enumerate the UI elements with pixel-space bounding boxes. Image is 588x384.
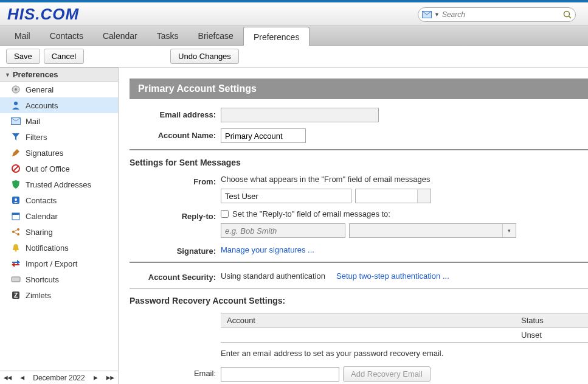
recovery-col-account: Account [221,313,515,327]
setup-2fa-link[interactable]: Setup two-step authentication ... [336,271,449,281]
tab-preferences[interactable]: Preferences [243,27,310,46]
preferences-tree-header[interactable]: ▼ Preferences [0,68,118,82]
chevron-down-icon: ▾ [502,224,516,237]
search-icon[interactable] [563,10,572,19]
add-recovery-email-button[interactable]: Add Recovery Email [343,366,431,382]
svg-point-14 [17,228,19,231]
email-address-field [221,108,379,122]
email-address-label: Email address: [130,108,221,119]
account-security-label: Account Security: [130,270,221,282]
account-name-label: Account Name: [130,128,221,140]
svg-rect-17 [12,277,20,282]
svg-text:Z: Z [14,292,18,299]
tab-briefcase[interactable]: Briefcase [189,26,243,45]
z-icon: Z [11,290,21,300]
cal-prev-year-icon[interactable]: ◀◀ [4,374,12,382]
signature-label: Signature: [130,244,221,256]
sidebar-item-shortcuts[interactable]: Shortcuts [0,271,118,287]
preferences-tree: General Accounts Mail Filters Signatures… [0,82,118,371]
search-scope-caret-icon[interactable]: ▼ [434,12,440,18]
away-icon [11,164,21,173]
undo-button[interactable]: Undo Changes [170,49,239,64]
calendar-icon [11,211,21,221]
svg-rect-12 [12,213,19,215]
svg-line-2 [569,16,572,19]
collapse-icon: ▼ [5,72,10,78]
sidebar-item-general[interactable]: General [0,82,118,97]
cal-prev-month-icon[interactable]: ◀ [20,374,24,382]
sidebar-item-filters[interactable]: Filters [0,129,118,145]
app-tabs: Mail Contacts Calendar Tasks Briefcase P… [0,26,588,46]
contacts-icon [11,195,21,205]
search-wrap: ▼ [418,7,576,22]
sidebar-item-calendar[interactable]: Calendar [0,208,118,224]
sidebar-item-sharing[interactable]: Sharing [0,224,118,240]
transfer-icon [11,259,21,268]
recovery-row-account [221,328,515,342]
manage-signatures-link[interactable]: Manage your signatures ... [221,245,314,254]
tab-tasks[interactable]: Tasks [147,26,189,45]
sidebar-item-zimlets[interactable]: ZZimlets [0,287,118,303]
svg-point-5 [14,102,18,105]
gear-icon [11,85,21,94]
share-icon [11,227,21,237]
shield-icon [11,180,21,189]
replyto-name-field [221,223,345,238]
sidebar-item-mail[interactable]: Mail [0,113,118,129]
sidebar-item-ooo[interactable]: Out of Office [0,161,118,176]
replyto-address-select: ▾ [349,223,516,238]
sidebar-item-trusted[interactable]: Trusted Addresses [0,176,118,192]
cal-month-label: December 2022 [33,374,85,382]
svg-point-1 [564,12,570,17]
logo: HIS.COM [7,5,79,24]
bell-icon [11,243,21,253]
save-button[interactable]: Save [6,49,40,64]
mail-icon [11,116,21,126]
search-input[interactable] [442,10,563,19]
content-area: Primary Account Settings Email address: … [119,68,588,384]
mini-calendar-nav: ◀◀ ◀ December 2022 ▶ ▶▶ [0,371,118,384]
sidebar-item-import-export[interactable]: Import / Export [0,256,118,271]
sidebar-item-accounts[interactable]: Accounts [0,97,118,113]
person-icon [11,100,21,110]
svg-point-10 [15,198,17,201]
tab-mail[interactable]: Mail [5,26,40,45]
pen-icon [11,148,21,158]
svg-point-15 [17,233,19,236]
cancel-button[interactable]: Cancel [44,49,84,64]
account-security-status: Using standard authentication [221,271,325,281]
tab-contacts[interactable]: Contacts [40,26,93,45]
recovery-heading: Password Recovery Account Settings: [130,296,588,305]
mail-icon[interactable] [422,11,432,18]
replyto-label: Reply-to: [130,209,221,221]
from-address-select[interactable] [355,189,431,203]
recovery-email-label: Email: [130,366,221,378]
sidebar-item-signatures[interactable]: Signatures [0,145,118,161]
recovery-email-field[interactable] [221,367,339,382]
recovery-table: Account Status Unset [221,313,588,343]
cal-next-month-icon[interactable]: ▶ [94,374,98,382]
recovery-col-status: Status [515,313,588,327]
sidebar-item-notifications[interactable]: Notifications [0,240,118,256]
toolbar: Save Cancel Undo Changes [0,46,588,68]
sidebar-item-contacts[interactable]: Contacts [0,192,118,208]
from-label: From: [130,175,221,186]
svg-point-4 [15,88,17,91]
keyboard-icon [11,274,21,284]
filter-icon [11,132,21,142]
chevron-down-icon [417,189,431,203]
from-help: Choose what appears in the "From" field … [221,175,431,184]
cal-next-year-icon[interactable]: ▶▶ [106,374,114,382]
preferences-tree-label: Preferences [13,70,58,79]
sent-settings-heading: Settings for Sent Messages [130,158,588,167]
account-name-field[interactable] [221,128,306,143]
primary-account-heading: Primary Account Settings [130,79,588,99]
replyto-checkbox[interactable] [221,210,229,218]
replyto-check-label: Set the "Reply-to" field of email messag… [232,209,390,218]
recovery-help: Enter an email address to set as your pa… [221,349,588,358]
from-name-field[interactable] [221,189,351,203]
svg-point-16 [15,250,17,252]
tab-calendar[interactable]: Calendar [93,26,147,45]
recovery-row-status: Unset [515,328,588,342]
